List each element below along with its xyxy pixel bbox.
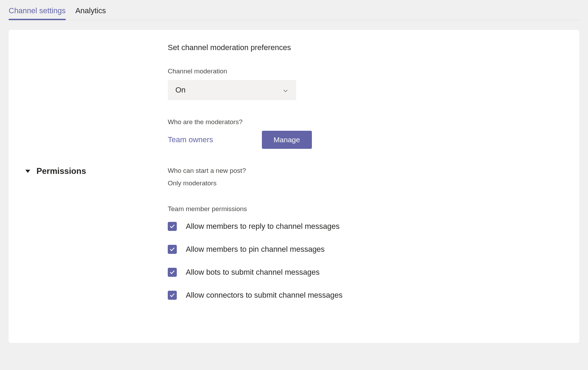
permission-label: Allow bots to submit channel messages (186, 268, 320, 277)
settings-panel: Permissions Set channel moderation prefe… (9, 30, 579, 343)
permission-checkbox-bots[interactable] (168, 268, 177, 277)
permission-label: Allow connectors to submit channel messa… (186, 291, 342, 300)
tab-channel-settings[interactable]: Channel settings (9, 6, 66, 20)
permission-label: Allow members to pin channel messages (186, 245, 325, 254)
permissions-list: Allow members to reply to channel messag… (168, 222, 563, 300)
manage-button[interactable]: Manage (262, 131, 312, 149)
moderators-value: Team owners (168, 135, 213, 144)
tab-analytics[interactable]: Analytics (75, 6, 106, 20)
section-description: Set channel moderation preferences (168, 43, 563, 52)
moderation-label: Channel moderation (168, 67, 563, 75)
permission-checkbox-reply[interactable] (168, 222, 177, 231)
permission-item: Allow bots to submit channel messages (168, 268, 563, 277)
moderation-select-value: On (175, 86, 185, 95)
new-post-value: Only moderators (168, 179, 563, 187)
moderation-select[interactable]: On (168, 80, 296, 100)
permission-item: Allow members to pin channel messages (168, 245, 563, 254)
permission-checkbox-pin[interactable] (168, 245, 177, 254)
permission-item: Allow connectors to submit channel messa… (168, 291, 563, 300)
new-post-label: Who can start a new post? (168, 167, 563, 175)
section-title: Permissions (36, 166, 86, 176)
chevron-down-icon (282, 87, 289, 93)
collapse-caret-icon[interactable] (25, 170, 30, 173)
permission-item: Allow members to reply to channel messag… (168, 222, 563, 231)
permission-checkbox-connectors[interactable] (168, 291, 177, 300)
tab-bar: Channel settings Analytics (9, 0, 579, 20)
moderators-label: Who are the moderators? (168, 118, 563, 126)
permission-label: Allow members to reply to channel messag… (186, 222, 340, 231)
permissions-label: Team member permissions (168, 205, 563, 213)
